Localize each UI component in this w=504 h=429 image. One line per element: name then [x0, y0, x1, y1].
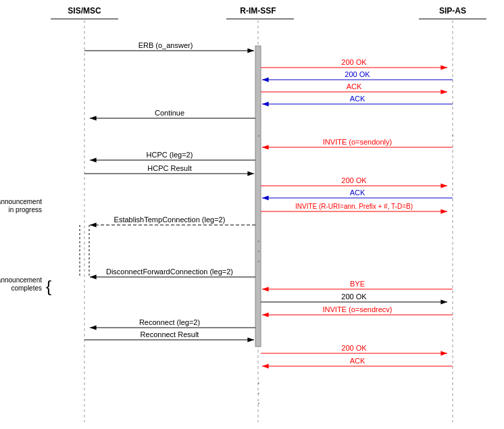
svg-text:.: .	[257, 253, 260, 264]
rimssf-label: R-IM-SSF	[240, 6, 276, 16]
bye-label: BYE	[350, 280, 365, 288]
200ok-5-label: 200 OK	[341, 344, 367, 352]
announcement-in-progress-label: announcement	[0, 198, 42, 205]
200ok-2-label: 200 OK	[345, 70, 370, 78]
hcpc-result-label: HCPC Result	[147, 164, 191, 172]
reconnect-label: Reconnect (leg=2)	[139, 318, 200, 326]
sipas-label: SIP-AS	[439, 6, 466, 16]
ack-3-label: ACK	[350, 188, 366, 197]
svg-text:.: .	[257, 385, 260, 396]
ack-4-label: ACK	[350, 357, 366, 365]
disconnect-label: DisconnectForwardConnection (leg=2)	[106, 268, 233, 276]
sis-msc-label: SIS/MSC	[68, 6, 101, 16]
svg-text:completes: completes	[11, 284, 42, 292]
bracket: {	[46, 277, 51, 295]
svg-text:.: .	[257, 375, 260, 386]
invite-1-label: INVITE (o=sendonly)	[323, 138, 392, 146]
dots-1: .	[257, 128, 260, 138]
sequence-diagram: ERB (o_answer) 200 OK 200 OK ACK ACK Con…	[0, 0, 504, 429]
invite-3-label: INVITE (o=sendrecv)	[322, 305, 392, 313]
reconnect-result-label: Reconnect Result	[141, 330, 199, 338]
establish-label: EstablishTempConnection (leg=2)	[114, 216, 226, 224]
200ok-3-label: 200 OK	[341, 176, 367, 184]
200ok-1-label: 200 OK	[341, 58, 367, 66]
dots-2: .	[451, 128, 454, 138]
ack-1-label: ACK	[347, 82, 362, 91]
200ok-4-label: 200 OK	[341, 293, 367, 301]
svg-text:.: .	[257, 243, 260, 254]
hcpc-label: HCPC (leg=2)	[147, 151, 193, 159]
announcement-completes-label: announcement	[0, 276, 42, 284]
ack-2-label: ACK	[350, 95, 366, 103]
erb-label: ERB (o_answer)	[138, 41, 193, 49]
svg-rect-10	[255, 46, 261, 347]
invite-2-label: INVITE (R-URI=ann. Prefix + #, T-D=B)	[295, 203, 413, 210]
svg-text:.: .	[257, 395, 260, 406]
svg-text:in progress: in progress	[9, 206, 42, 213]
svg-text:.: .	[257, 233, 260, 244]
continue-label: Continue	[155, 109, 184, 117]
